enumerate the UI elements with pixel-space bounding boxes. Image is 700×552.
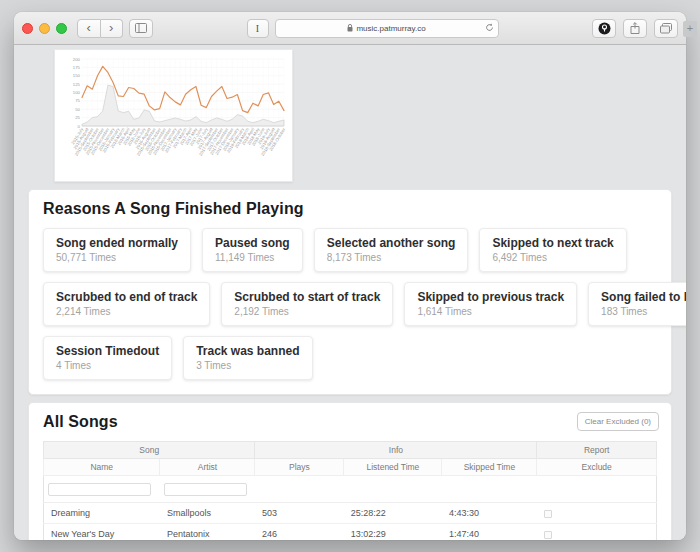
- reason-label: Session Timedout: [56, 344, 159, 358]
- zoom-window-button[interactable]: [56, 23, 67, 34]
- reason-count: 3 Times: [196, 360, 299, 371]
- tab-overview-icon: [660, 23, 672, 34]
- song-artist: Smallpools: [160, 503, 255, 524]
- reason-count: 50,771 Times: [56, 252, 178, 263]
- page-content: 02550751001251501752002015-July2015-Augu…: [14, 45, 686, 540]
- column-header-artist[interactable]: Artist: [160, 459, 255, 476]
- reason-label: Scrubbed to end of track: [56, 290, 197, 304]
- svg-text:200: 200: [73, 57, 81, 62]
- column-header-name[interactable]: Name: [44, 459, 160, 476]
- reason-label: Paused song: [215, 236, 290, 250]
- listening-history-chart-card: 02550751001251501752002015-July2015-Augu…: [54, 49, 293, 182]
- column-header-listened-time[interactable]: Listened Time: [344, 459, 442, 476]
- column-header-skipped-time[interactable]: Skipped Time: [442, 459, 537, 476]
- group-header-info: Info: [255, 442, 537, 459]
- reason-count: 8,173 Times: [327, 252, 456, 263]
- browser-window: ‹ › I music.patmurray.co: [14, 12, 686, 540]
- all-songs-panel: All Songs Clear Excluded (0) Song Info R…: [28, 402, 672, 540]
- song-plays: 503: [255, 503, 344, 524]
- artist-filter-input[interactable]: [164, 483, 247, 496]
- song-row: New Year's Day Pentatonix 246 13:02:29 1…: [44, 524, 657, 541]
- reason-count: 11,149 Times: [215, 252, 290, 263]
- song-skipped: 4:43:30: [442, 503, 537, 524]
- column-header-plays[interactable]: Plays: [255, 459, 344, 476]
- svg-text:100: 100: [73, 90, 81, 95]
- refresh-icon: [485, 23, 494, 32]
- song-listened: 13:02:29: [344, 524, 442, 541]
- url-text: music.patmurray.co: [356, 24, 425, 33]
- content-blocker-extension-button[interactable]: [592, 19, 616, 38]
- share-button[interactable]: [623, 19, 647, 38]
- reason-card: Selected another song 8,173 Times: [314, 228, 469, 272]
- song-name: Dreaming: [44, 503, 160, 524]
- exclude-checkbox[interactable]: [544, 531, 552, 539]
- song-name: New Year's Day: [44, 524, 160, 541]
- reason-card: Skipped to previous track 1,614 Times: [404, 282, 577, 326]
- back-button[interactable]: ‹: [77, 19, 101, 38]
- column-header-exclude: Exclude: [537, 459, 657, 476]
- sidebar-button[interactable]: [129, 19, 153, 38]
- reason-label: Song ended normally: [56, 236, 178, 250]
- song-row: Dreaming Smallpools 503 25:28:22 4:43:30: [44, 503, 657, 524]
- svg-text:125: 125: [73, 82, 81, 87]
- close-window-button[interactable]: [22, 23, 33, 34]
- reason-card: Scrubbed to end of track 2,214 Times: [43, 282, 210, 326]
- reason-label: Track was banned: [196, 344, 299, 358]
- reason-label: Scrubbed to start of track: [234, 290, 380, 304]
- clear-excluded-button[interactable]: Clear Excluded (0): [577, 412, 659, 431]
- new-tab-button[interactable]: +: [683, 21, 697, 37]
- content-blocker-icon: [598, 22, 611, 35]
- reason-card: Song failed to load 183 Times: [588, 282, 686, 326]
- reason-card: Scrubbed to start of track 2,192 Times: [221, 282, 393, 326]
- reason-label: Song failed to load: [601, 290, 686, 304]
- svg-text:150: 150: [73, 73, 81, 78]
- svg-text:50: 50: [75, 107, 80, 112]
- back-icon: ‹: [87, 21, 91, 34]
- address-bar[interactable]: music.patmurray.co: [275, 19, 499, 38]
- listening-history-chart: 02550751001251501752002015-July2015-Augu…: [55, 50, 291, 180]
- tab-overview-button[interactable]: [654, 19, 678, 38]
- song-artist: Pentatonix: [160, 524, 255, 541]
- song-skipped: 1:47:40: [442, 524, 537, 541]
- songs-table: Song Info Report Name Artist Plays Liste…: [43, 441, 657, 540]
- traffic-lights: [22, 23, 67, 34]
- extension-i-button[interactable]: I: [247, 19, 269, 38]
- reason-count: 6,492 Times: [492, 252, 613, 263]
- svg-text:75: 75: [75, 98, 80, 103]
- reason-card: Song ended normally 50,771 Times: [43, 228, 191, 272]
- song-listened: 25:28:22: [344, 503, 442, 524]
- exclude-checkbox[interactable]: [544, 510, 552, 518]
- reason-count: 4 Times: [56, 360, 159, 371]
- minimize-window-button[interactable]: [39, 23, 50, 34]
- svg-text:25: 25: [75, 115, 80, 120]
- all-songs-title: All Songs: [43, 413, 657, 431]
- reasons-title: Reasons A Song Finished Playing: [43, 200, 657, 218]
- refresh-button[interactable]: [485, 23, 494, 32]
- song-plays: 246: [255, 524, 344, 541]
- lock-icon: [347, 24, 353, 32]
- reasons-panel: Reasons A Song Finished Playing Song end…: [28, 189, 672, 395]
- share-icon: [630, 22, 640, 34]
- reason-card: Paused song 11,149 Times: [202, 228, 303, 272]
- reason-count: 1,614 Times: [417, 306, 564, 317]
- forward-button[interactable]: ›: [101, 19, 124, 38]
- forward-icon: ›: [109, 21, 113, 34]
- name-filter-input[interactable]: [48, 483, 151, 496]
- reason-label: Skipped to next track: [492, 236, 613, 250]
- reason-label: Skipped to previous track: [417, 290, 564, 304]
- reason-card: Skipped to next track 6,492 Times: [479, 228, 626, 272]
- browser-toolbar: ‹ › I music.patmurray.co: [14, 12, 686, 45]
- reason-label: Selected another song: [327, 236, 456, 250]
- reason-card: Track was banned 3 Times: [183, 336, 312, 380]
- reason-count: 2,192 Times: [234, 306, 380, 317]
- group-header-report: Report: [537, 442, 657, 459]
- reason-count: 183 Times: [601, 306, 686, 317]
- group-header-song: Song: [44, 442, 255, 459]
- reason-count: 2,214 Times: [56, 306, 197, 317]
- sidebar-icon: [135, 23, 147, 33]
- svg-text:175: 175: [73, 65, 81, 70]
- reason-card: Session Timedout 4 Times: [43, 336, 172, 380]
